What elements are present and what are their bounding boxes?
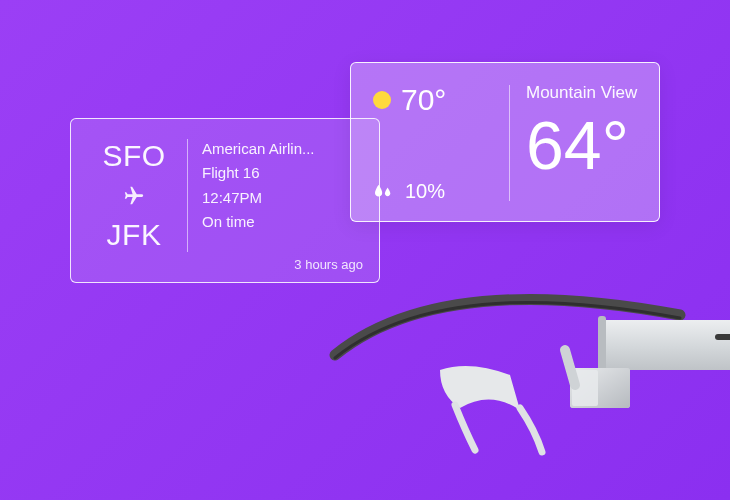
flight-route: SFO JFK [91,137,177,254]
svg-rect-2 [715,334,730,340]
divider [509,85,510,201]
svg-rect-3 [598,316,606,374]
precipitation: 10% [405,180,445,203]
origin-code: SFO [102,139,165,173]
divider [187,139,188,252]
location-name: Mountain View [526,83,639,103]
flight-number: Flight 16 [202,163,359,183]
sun-icon [373,91,391,109]
airplane-icon [123,185,145,207]
weather-summary: 70° 10% [373,83,493,203]
weather-card[interactable]: 70° 10% Mountain View 64° [350,62,660,222]
current-temp: 64° [526,111,639,179]
raindrop-icon [373,183,395,201]
high-temp: 70° [401,83,446,117]
flight-status: On time [202,212,359,232]
departure-time: 12:47PM [202,188,359,208]
flight-card[interactable]: SFO JFK American Airlin... Flight 16 12:… [70,118,380,283]
svg-rect-1 [600,320,730,370]
timestamp: 3 hours ago [294,257,363,272]
destination-code: JFK [107,218,162,252]
airline-name: American Airlin... [202,139,359,159]
google-glass-illustration [320,290,730,500]
weather-main: Mountain View 64° [526,83,639,203]
flight-details: American Airlin... Flight 16 12:47PM On … [202,137,359,254]
